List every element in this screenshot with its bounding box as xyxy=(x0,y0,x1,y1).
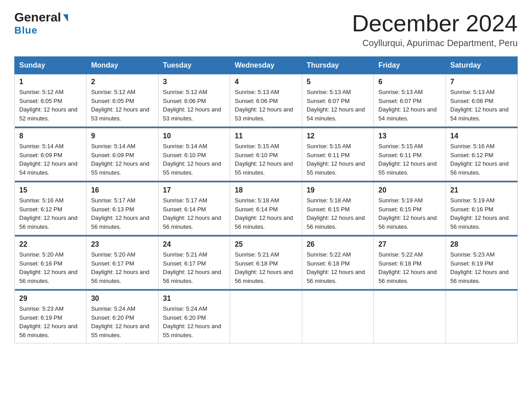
day-number: 7 xyxy=(450,78,513,86)
day-info: Sunrise: 5:23 AMSunset: 6:19 PMDaylight:… xyxy=(19,304,82,339)
calendar-cell: 24Sunrise: 5:21 AMSunset: 6:17 PMDayligh… xyxy=(158,237,230,289)
page-subtitle: Coyllurqui, Apurimac Department, Peru xyxy=(352,38,518,48)
logo-blue: Blue xyxy=(14,25,38,36)
calendar-cell: 14Sunrise: 5:16 AMSunset: 6:12 PMDayligh… xyxy=(446,128,517,181)
day-info: Sunrise: 5:14 AMSunset: 6:10 PMDaylight:… xyxy=(163,142,225,177)
day-number: 21 xyxy=(450,186,513,194)
day-number: 10 xyxy=(163,132,225,140)
col-header-wednesday: Wednesday xyxy=(230,57,302,74)
day-number: 12 xyxy=(307,132,369,140)
day-info: Sunrise: 5:21 AMSunset: 6:18 PMDaylight:… xyxy=(235,250,297,285)
day-number: 1 xyxy=(19,78,82,86)
day-number: 16 xyxy=(91,186,153,194)
day-info: Sunrise: 5:22 AMSunset: 6:18 PMDaylight:… xyxy=(378,250,441,285)
logo-general: General xyxy=(14,11,61,25)
day-number: 28 xyxy=(450,240,513,248)
calendar-cell: 12Sunrise: 5:15 AMSunset: 6:11 PMDayligh… xyxy=(302,128,373,181)
day-number: 15 xyxy=(19,186,82,194)
calendar-cell: 23Sunrise: 5:20 AMSunset: 6:17 PMDayligh… xyxy=(86,237,158,289)
calendar-cell xyxy=(302,291,373,343)
day-info: Sunrise: 5:17 AMSunset: 6:14 PMDaylight:… xyxy=(163,196,225,231)
day-info: Sunrise: 5:18 AMSunset: 6:14 PMDaylight:… xyxy=(235,196,297,231)
day-number: 2 xyxy=(91,78,153,86)
day-number: 23 xyxy=(91,240,153,248)
calendar-cell: 4Sunrise: 5:13 AMSunset: 6:06 PMDaylight… xyxy=(230,74,302,127)
calendar-cell: 17Sunrise: 5:17 AMSunset: 6:14 PMDayligh… xyxy=(158,183,230,235)
col-header-tuesday: Tuesday xyxy=(158,57,230,74)
day-number: 26 xyxy=(307,240,369,248)
day-info: Sunrise: 5:15 AMSunset: 6:11 PMDaylight:… xyxy=(378,142,441,177)
calendar-cell: 3Sunrise: 5:12 AMSunset: 6:06 PMDaylight… xyxy=(158,74,230,127)
calendar-header-row: SundayMondayTuesdayWednesdayThursdayFrid… xyxy=(15,57,518,74)
day-info: Sunrise: 5:12 AMSunset: 6:05 PMDaylight:… xyxy=(19,88,82,123)
day-number: 29 xyxy=(19,295,82,303)
calendar-cell xyxy=(446,291,517,343)
day-number: 27 xyxy=(378,240,441,248)
day-info: Sunrise: 5:13 AMSunset: 6:08 PMDaylight:… xyxy=(450,88,513,123)
day-number: 6 xyxy=(378,78,441,86)
page-header: General Blue December 2024 Coyllurqui, A… xyxy=(14,11,518,48)
day-info: Sunrise: 5:13 AMSunset: 6:06 PMDaylight:… xyxy=(235,88,297,123)
day-info: Sunrise: 5:18 AMSunset: 6:15 PMDaylight:… xyxy=(307,196,369,231)
col-header-thursday: Thursday xyxy=(302,57,373,74)
day-number: 5 xyxy=(307,78,369,86)
calendar-week-row: 22Sunrise: 5:20 AMSunset: 6:16 PMDayligh… xyxy=(15,237,518,289)
day-number: 24 xyxy=(163,240,225,248)
day-info: Sunrise: 5:12 AMSunset: 6:05 PMDaylight:… xyxy=(91,88,153,123)
day-info: Sunrise: 5:20 AMSunset: 6:16 PMDaylight:… xyxy=(19,250,82,285)
day-info: Sunrise: 5:21 AMSunset: 6:17 PMDaylight:… xyxy=(163,250,225,285)
calendar-cell: 2Sunrise: 5:12 AMSunset: 6:05 PMDaylight… xyxy=(86,74,158,127)
calendar-cell: 19Sunrise: 5:18 AMSunset: 6:15 PMDayligh… xyxy=(302,183,373,235)
day-info: Sunrise: 5:20 AMSunset: 6:17 PMDaylight:… xyxy=(91,250,153,285)
title-block: December 2024 Coyllurqui, Apurimac Depar… xyxy=(352,11,518,48)
day-number: 18 xyxy=(235,186,297,194)
day-number: 31 xyxy=(163,295,225,303)
day-info: Sunrise: 5:12 AMSunset: 6:06 PMDaylight:… xyxy=(163,88,225,123)
day-info: Sunrise: 5:16 AMSunset: 6:12 PMDaylight:… xyxy=(450,142,513,177)
day-number: 13 xyxy=(378,132,441,140)
day-number: 9 xyxy=(91,132,153,140)
day-info: Sunrise: 5:19 AMSunset: 6:16 PMDaylight:… xyxy=(450,196,513,231)
calendar-cell: 21Sunrise: 5:19 AMSunset: 6:16 PMDayligh… xyxy=(446,183,517,235)
col-header-sunday: Sunday xyxy=(15,57,86,74)
calendar-cell: 27Sunrise: 5:22 AMSunset: 6:18 PMDayligh… xyxy=(374,237,446,289)
day-number: 11 xyxy=(235,132,297,140)
day-info: Sunrise: 5:19 AMSunset: 6:15 PMDaylight:… xyxy=(378,196,441,231)
calendar-cell: 25Sunrise: 5:21 AMSunset: 6:18 PMDayligh… xyxy=(230,237,302,289)
day-info: Sunrise: 5:17 AMSunset: 6:13 PMDaylight:… xyxy=(91,196,153,231)
day-number: 3 xyxy=(163,78,225,86)
day-info: Sunrise: 5:13 AMSunset: 6:07 PMDaylight:… xyxy=(307,88,369,123)
day-info: Sunrise: 5:23 AMSunset: 6:19 PMDaylight:… xyxy=(450,250,513,285)
day-number: 4 xyxy=(235,78,297,86)
calendar-cell: 7Sunrise: 5:13 AMSunset: 6:08 PMDaylight… xyxy=(446,74,517,127)
calendar-cell: 28Sunrise: 5:23 AMSunset: 6:19 PMDayligh… xyxy=(446,237,517,289)
day-number: 14 xyxy=(450,132,513,140)
calendar-cell: 16Sunrise: 5:17 AMSunset: 6:13 PMDayligh… xyxy=(86,183,158,235)
calendar-cell: 11Sunrise: 5:15 AMSunset: 6:10 PMDayligh… xyxy=(230,128,302,181)
calendar-table: SundayMondayTuesdayWednesdayThursdayFrid… xyxy=(14,56,518,343)
calendar-cell: 9Sunrise: 5:14 AMSunset: 6:09 PMDaylight… xyxy=(86,128,158,181)
calendar-cell: 6Sunrise: 5:13 AMSunset: 6:07 PMDaylight… xyxy=(374,74,446,127)
calendar-cell xyxy=(230,291,302,343)
day-info: Sunrise: 5:24 AMSunset: 6:20 PMDaylight:… xyxy=(163,304,225,339)
day-info: Sunrise: 5:14 AMSunset: 6:09 PMDaylight:… xyxy=(19,142,82,177)
day-number: 25 xyxy=(235,240,297,248)
day-number: 8 xyxy=(19,132,82,140)
calendar-cell: 1Sunrise: 5:12 AMSunset: 6:05 PMDaylight… xyxy=(15,74,86,127)
page-title: December 2024 xyxy=(352,11,518,36)
calendar-week-row: 1Sunrise: 5:12 AMSunset: 6:05 PMDaylight… xyxy=(15,74,518,127)
calendar-cell xyxy=(374,291,446,343)
calendar-cell: 29Sunrise: 5:23 AMSunset: 6:19 PMDayligh… xyxy=(15,291,86,343)
calendar-cell: 18Sunrise: 5:18 AMSunset: 6:14 PMDayligh… xyxy=(230,183,302,235)
calendar-cell: 22Sunrise: 5:20 AMSunset: 6:16 PMDayligh… xyxy=(15,237,86,289)
calendar-cell: 10Sunrise: 5:14 AMSunset: 6:10 PMDayligh… xyxy=(158,128,230,181)
day-number: 17 xyxy=(163,186,225,194)
calendar-cell: 30Sunrise: 5:24 AMSunset: 6:20 PMDayligh… xyxy=(86,291,158,343)
calendar-cell: 13Sunrise: 5:15 AMSunset: 6:11 PMDayligh… xyxy=(374,128,446,181)
calendar-cell: 5Sunrise: 5:13 AMSunset: 6:07 PMDaylight… xyxy=(302,74,373,127)
calendar-cell: 15Sunrise: 5:16 AMSunset: 6:12 PMDayligh… xyxy=(15,183,86,235)
calendar-cell: 20Sunrise: 5:19 AMSunset: 6:15 PMDayligh… xyxy=(374,183,446,235)
day-info: Sunrise: 5:15 AMSunset: 6:11 PMDaylight:… xyxy=(307,142,369,177)
day-info: Sunrise: 5:16 AMSunset: 6:12 PMDaylight:… xyxy=(19,196,82,231)
day-info: Sunrise: 5:22 AMSunset: 6:18 PMDaylight:… xyxy=(307,250,369,285)
